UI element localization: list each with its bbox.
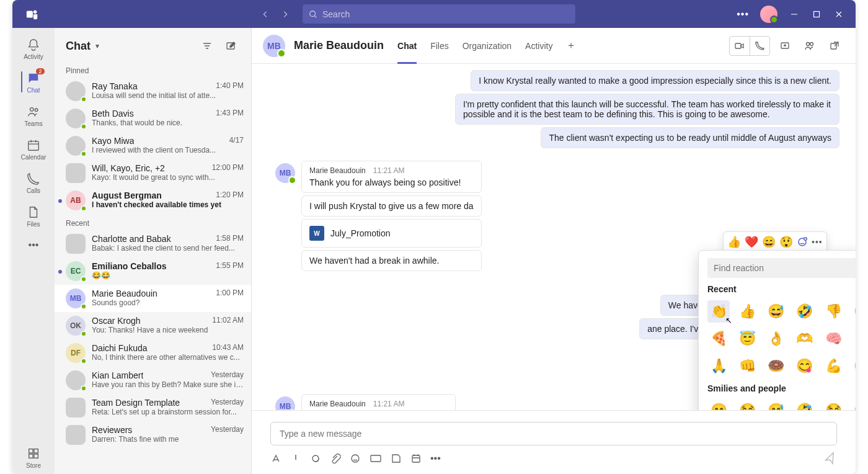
reaction-search[interactable]	[707, 258, 856, 278]
reaction-search-input[interactable]	[714, 263, 855, 273]
emoji-option[interactable]: 🫶	[794, 328, 816, 350]
rail-calendar[interactable]: Calendar	[21, 132, 46, 166]
filter-button[interactable]	[198, 37, 216, 55]
tab-activity[interactable]: Activity	[525, 28, 552, 63]
rail-teams[interactable]: Teams	[21, 99, 46, 132]
emoji-option[interactable]: 😅	[765, 300, 787, 323]
emoji-option[interactable]: 👍	[736, 300, 758, 323]
add-tab-button[interactable]: ＋	[561, 37, 581, 55]
chat-row[interactable]: Team Design TemplateYesterday Reta: Let'…	[55, 394, 251, 421]
search-input[interactable]	[322, 9, 569, 19]
tab-chat[interactable]: Chat	[397, 28, 417, 63]
emoji-option[interactable]: 👊	[736, 355, 758, 377]
sticker-button[interactable]	[391, 453, 402, 464]
chat-row[interactable]: AB August Bergman1:20 PM I haven't check…	[55, 187, 251, 214]
contact-avatar[interactable]: MB	[263, 35, 285, 57]
chat-row[interactable]: Will, Kayo, Eric, +212:00 PM Kayo: It wo…	[55, 159, 251, 187]
reaction-toolbar: 👍❤️😄😲•••	[723, 231, 827, 253]
rail-calls[interactable]: Calls	[21, 166, 46, 199]
window-minimize-button[interactable]	[789, 9, 800, 20]
rail-chat[interactable]: 2Chat	[21, 65, 46, 99]
tab-organization[interactable]: Organization	[463, 28, 512, 63]
window-maximize-button[interactable]	[811, 9, 822, 20]
emoji-option[interactable]: 😋	[794, 355, 816, 377]
chat-name: Emiliano Ceballos	[92, 261, 167, 271]
emoji-option[interactable]: 🧠	[822, 328, 844, 350]
emoji-option[interactable]: 👌	[765, 328, 787, 350]
current-user-avatar[interactable]	[760, 6, 777, 23]
message-other: Marie Beaudouin11:21 AMThank you for alw…	[301, 161, 482, 193]
chat-row[interactable]: ReviewersYesterday Darren: Thats fine wi…	[55, 421, 251, 449]
svg-point-30	[352, 455, 359, 462]
emoji-option[interactable]: 😇	[736, 328, 758, 350]
chat-list-dropdown[interactable]: ▾	[95, 42, 99, 50]
settings-more-button[interactable]: •••	[737, 9, 749, 20]
chat-row[interactable]: DF Daichi Fukuda10:43 AM No, I think the…	[55, 339, 251, 367]
emoji-option[interactable]: 🙏	[707, 355, 730, 377]
rail-store[interactable]: Store	[12, 440, 55, 474]
chat-row[interactable]: Charlotte and Babak1:58 PM Babak: I aske…	[55, 230, 251, 257]
chat-name: Charlotte and Babak	[92, 234, 171, 244]
share-screen-button[interactable]	[775, 37, 795, 55]
svg-rect-6	[29, 141, 39, 150]
window-close-button[interactable]	[833, 9, 844, 20]
quick-reaction[interactable]: 😲	[779, 235, 793, 249]
chat-name: Will, Kayo, Eric, +2	[92, 163, 165, 173]
chat-row[interactable]: OK Oscar Krogh11:02 AM You: Thanks! Have…	[55, 312, 251, 339]
nav-forward-button[interactable]	[277, 6, 294, 23]
audio-call-button[interactable]	[750, 37, 769, 55]
rail-label: Activity	[24, 53, 43, 60]
tab-files[interactable]: Files	[430, 28, 449, 63]
video-call-button[interactable]	[730, 37, 750, 55]
reaction-more-button[interactable]: •••	[812, 237, 823, 247]
priority-button[interactable]	[290, 453, 301, 464]
quick-reaction[interactable]: ❤️	[745, 235, 758, 249]
more-compose-button[interactable]: •••	[430, 453, 441, 464]
chat-row[interactable]: Ray Tanaka1:40 PM Louisa will send the i…	[55, 78, 251, 105]
add-people-button[interactable]	[800, 37, 820, 55]
emoji-option[interactable]: 😄	[851, 400, 856, 410]
rail-activity[interactable]: Activity	[21, 32, 46, 65]
emoji-option[interactable]: 🍩	[765, 355, 787, 377]
chat-row[interactable]: Kian LambertYesterday Have you ran this …	[55, 367, 251, 394]
emoji-option[interactable]: 🤣	[794, 400, 816, 410]
emoji-option[interactable]: 🤣	[794, 300, 816, 323]
chat-row[interactable]: Beth Davis1:43 PM Thanks, that would be …	[55, 105, 251, 132]
nav-back-button[interactable]	[257, 6, 274, 23]
file-attachment[interactable]: WJuly_Promotion	[301, 219, 482, 248]
emoji-button[interactable]	[350, 453, 361, 464]
emoji-option[interactable]: 👎	[822, 300, 844, 323]
section-recent: Recent	[55, 217, 251, 230]
emoji-option[interactable]: 👏↖	[707, 300, 730, 323]
compose-input-wrapper[interactable]	[270, 422, 837, 445]
emoji-option[interactable]: 😂	[822, 400, 844, 410]
emoji-option[interactable]: 🍾	[851, 328, 856, 350]
format-button[interactable]	[270, 453, 281, 464]
emoji-option[interactable]: 😄	[851, 300, 856, 323]
chat-preview: Kayo: It would be great to sync with...	[92, 173, 244, 182]
add-reaction-button[interactable]	[797, 236, 808, 248]
emoji-option[interactable]: 😄	[707, 400, 730, 410]
send-button[interactable]	[822, 450, 839, 467]
rail-files[interactable]: Files	[21, 199, 46, 233]
new-chat-button[interactable]	[221, 37, 240, 55]
compose-input[interactable]	[280, 429, 828, 439]
emoji-option[interactable]: ☺️	[851, 355, 856, 377]
gif-button[interactable]	[370, 453, 382, 464]
popout-button[interactable]	[825, 37, 844, 55]
chat-avatar	[66, 109, 86, 128]
emoji-option[interactable]: 😅	[765, 400, 787, 410]
quick-reaction[interactable]: 👍	[727, 235, 741, 249]
schedule-button[interactable]	[410, 453, 422, 464]
quick-reaction[interactable]: 😄	[762, 235, 776, 249]
chat-row[interactable]: EC Emiliano Ceballos1:55 PM 😂😂	[55, 257, 251, 285]
rail-more-button[interactable]: •••	[12, 233, 55, 257]
chat-row[interactable]: Kayo Miwa4/17 I reviewed with the client…	[55, 132, 251, 159]
emoji-option[interactable]: 💪	[822, 355, 844, 377]
global-search[interactable]	[303, 4, 575, 24]
emoji-option[interactable]: 😂	[736, 400, 758, 410]
attach-button[interactable]	[330, 453, 341, 464]
loop-button[interactable]	[310, 453, 321, 464]
chat-row[interactable]: MB Marie Beaudouin1:00 PM Sounds good?	[55, 285, 251, 312]
emoji-option[interactable]: 🍕	[707, 328, 730, 350]
